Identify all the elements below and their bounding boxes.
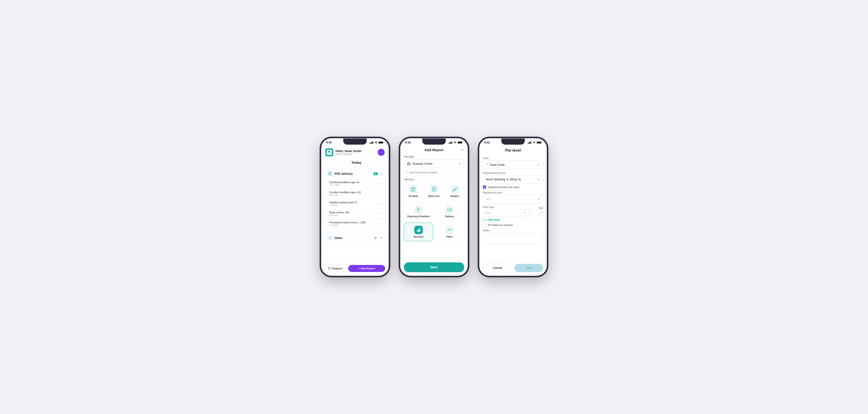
equip-select[interactable]: Item ▼	[483, 195, 543, 203]
cancel-button[interactable]: Cancel	[483, 264, 512, 272]
qty-input[interactable]: ...	[530, 209, 539, 216]
item-time: 4:22 AM	[329, 224, 379, 227]
tech-select[interactable]: Noah Smith ▼	[483, 161, 543, 169]
notch-2	[422, 139, 446, 145]
save-button[interactable]: Save	[515, 264, 543, 272]
arrow-icon: →	[379, 192, 382, 196]
item-name: Comfort bouffant caps x10	[329, 191, 379, 194]
svg-rect-11	[451, 142, 451, 144]
list-item[interactable]: Comfort bouffant caps x10 9:44 PM →	[324, 188, 385, 199]
add-item-label: + Add item	[486, 218, 500, 221]
qty-placeholder: ...	[533, 211, 535, 214]
svg-point-24	[420, 209, 420, 209]
sub-chevron-icon: ▼	[524, 212, 526, 214]
greeting-title: Hello, Noah Smith	[336, 149, 362, 153]
repairs-label: Repairs	[451, 195, 459, 198]
wifi-icon-1	[374, 141, 378, 144]
status-icons-1	[370, 141, 384, 144]
back-button[interactable]: ‹	[325, 161, 327, 165]
svg-rect-36	[530, 142, 530, 144]
add-item-button[interactable]: + + Add item	[483, 218, 543, 221]
notes-input[interactable]: ...	[483, 233, 543, 244]
dept-same-label: Department left is the same	[488, 186, 520, 188]
avatar-icon	[325, 148, 333, 156]
list-item[interactable]: Comfort bouffant caps x5 11:27 PM →	[324, 178, 385, 188]
dept-value: Room (Building: A, Wing: H)	[486, 178, 536, 181]
phone-3: 9:41	[479, 138, 547, 276]
menu-button[interactable]: ···	[378, 149, 385, 156]
notch-1	[343, 139, 367, 145]
svg-rect-15	[458, 142, 462, 143]
add-report-button[interactable]: + Add Report	[348, 265, 385, 272]
service-on-base[interactable]: On-Base	[404, 182, 423, 201]
list-item[interactable]: Shoe covers x50 6:00 AM →	[324, 209, 385, 219]
svg-point-32	[449, 230, 450, 230]
svg-point-31	[448, 230, 449, 230]
wifi-icon-3	[532, 141, 536, 144]
facility-select[interactable]: 🏥 Hospital Center ▼	[404, 159, 464, 168]
item-text: Isolation gowns blue x1 6:22 AM	[329, 201, 379, 207]
other-section-header[interactable]: ··· Other 2 ▼	[324, 233, 385, 243]
checkmark-icon	[484, 186, 486, 188]
svg-rect-28	[417, 230, 418, 232]
other-service-icon	[445, 226, 454, 234]
item-name: Shoe covers x50	[329, 211, 379, 214]
close-button[interactable]: ✕	[461, 148, 464, 152]
wrench-icon	[453, 187, 457, 192]
ppe-section-header[interactable]: PPE delivery 5 ▲	[324, 169, 385, 178]
svg-point-23	[419, 209, 420, 209]
service-delivery[interactable]: Delivery	[435, 202, 464, 221]
add-report-title: Add Report	[425, 148, 443, 152]
delete-item-button[interactable]	[540, 211, 543, 215]
item-time: 11:27 PM	[329, 184, 379, 186]
delivery-icon	[445, 205, 454, 214]
service-cleaning[interactable]: Cleaning & Disinfect	[404, 202, 433, 221]
service-grid-bot: Par-level Other	[401, 223, 467, 243]
add-report-label: + Add Report	[358, 267, 375, 270]
es-followup-row: ES follow-up required	[483, 223, 543, 227]
svg-rect-29	[418, 229, 419, 232]
facility-chevron-icon: ▼	[458, 162, 461, 165]
other-chevron-icon: ▼	[380, 236, 382, 239]
screen-2-content: Add Report ✕ Facility 🏥 Hospital Center …	[401, 145, 467, 275]
cleaning-icon	[414, 205, 423, 214]
notes-placeholder: ...	[486, 235, 488, 238]
use-location-checkbox[interactable]	[404, 171, 408, 174]
sub-select[interactable]: Item ▼	[483, 209, 529, 216]
notch-3	[501, 139, 525, 145]
equip-chevron-icon: ▼	[537, 198, 540, 201]
avatar-img	[327, 150, 332, 155]
equip-placeholder: Item	[486, 198, 536, 201]
svg-rect-2	[372, 142, 372, 144]
list-item[interactable]: Isolation gowns blue x1 6:22 AM →	[324, 199, 385, 209]
truck-icon	[447, 207, 452, 212]
service-repairs[interactable]: Repairs	[445, 182, 464, 201]
greeting-subtitle: Have a good job	[336, 153, 362, 156]
time-3: 9:41	[484, 141, 490, 144]
dept-select[interactable]: Room (Building: A, Wing: H) ▼	[483, 175, 543, 184]
other-icon: ···	[328, 235, 333, 240]
item-name: Isolation gowns blue x1	[329, 201, 379, 204]
service-grid-mid: Cleaning & Disinfect Delivery	[401, 202, 467, 223]
service-other[interactable]: Other	[435, 223, 464, 241]
dots-icon	[447, 228, 452, 232]
arrow-icon: →	[379, 222, 382, 226]
subtype-label: Sub-Type	[483, 206, 537, 208]
list-item[interactable]: Procedure masks level 1 ×200 4:22 AM →	[324, 219, 385, 229]
s1-nav: ‹ Today	[321, 159, 389, 167]
service-par-level[interactable]: Par-level	[404, 223, 433, 241]
item-time: 6:22 AM	[329, 204, 379, 207]
support-button[interactable]: Support	[325, 265, 346, 272]
next-button[interactable]: Next	[404, 263, 464, 272]
es-followup-checkbox[interactable]	[483, 223, 486, 227]
ppe-title: PPE delivery	[334, 172, 373, 175]
service-base-line[interactable]: Base-Line	[425, 182, 443, 201]
dept-same-checkbox[interactable]	[483, 185, 486, 189]
subtype-qty-row: Sub-Type Qty	[483, 203, 543, 209]
ppe-chevron-icon: ▲	[380, 172, 382, 175]
battery-icon-1	[379, 141, 384, 144]
add-item-plus-icon: +	[483, 218, 485, 221]
svg-point-21	[455, 188, 456, 189]
svg-rect-30	[419, 229, 420, 232]
nav-title: Today	[328, 161, 385, 165]
